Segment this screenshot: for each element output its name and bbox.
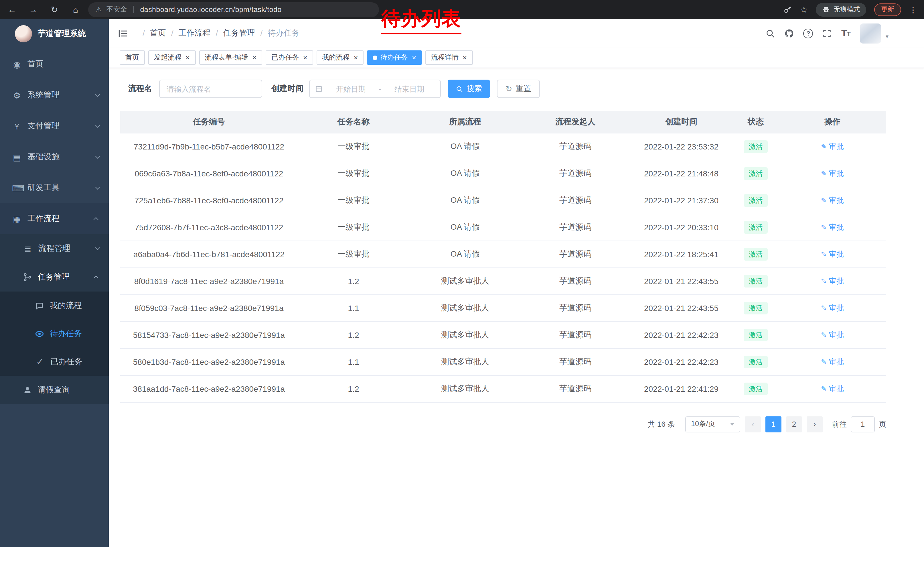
sidebar-item-todo-tasks[interactable]: 待办任务 [0, 320, 109, 348]
cell-status: 激活 [733, 348, 778, 375]
yen-icon: ¥ [12, 122, 22, 130]
page-size-value: 10条/页 [691, 419, 716, 429]
tab-close-icon[interactable]: × [186, 54, 190, 61]
browser-nav: ← → ↻ ⌂ [0, 4, 88, 15]
approve-label: 审批 [829, 249, 844, 259]
font-size-icon[interactable]: T T [841, 29, 851, 38]
user-avatar[interactable] [860, 23, 881, 43]
tab-close-icon[interactable]: × [354, 54, 358, 61]
avatar-caret-icon[interactable]: ▾ [886, 33, 888, 39]
tab[interactable]: 发起流程 × [148, 50, 195, 65]
key-icon[interactable] [783, 5, 792, 14]
forward-icon[interactable]: → [28, 5, 38, 14]
reset-button-label: 重置 [516, 84, 531, 94]
cell-task-name: 一级审批 [298, 133, 410, 160]
goto-unit: 页 [879, 419, 886, 429]
tab-close-icon[interactable]: × [412, 54, 416, 61]
approve-link[interactable]: ✎ 审批 [821, 141, 844, 152]
page-number-button[interactable]: 1 [765, 416, 782, 432]
pen-icon: ✎ [821, 385, 826, 392]
next-page-button[interactable]: › [807, 416, 823, 432]
breadcrumb-label[interactable]: 工作流程 [178, 28, 211, 38]
approve-link[interactable]: ✎ 审批 [821, 222, 844, 232]
sidebar-item-leave-query[interactable]: 请假查询 [0, 376, 109, 404]
process-name-input[interactable] [159, 80, 262, 98]
sidebar-item-done-tasks[interactable]: ✓ 已办任务 [0, 348, 109, 376]
sidebar-item-my-process[interactable]: 我的流程 [0, 291, 109, 320]
approve-link[interactable]: ✎ 审批 [821, 330, 844, 340]
sidebar-item-workflow[interactable]: ▦ 工作流程 [0, 203, 109, 234]
bookmark-star-icon[interactable]: ☆ [800, 4, 808, 15]
browser-controls: ☆ 无痕模式 更新 ⋮ [783, 3, 924, 17]
tab[interactable]: 流程详情 × [425, 50, 472, 65]
approve-link[interactable]: ✎ 审批 [821, 383, 844, 394]
tab[interactable]: 我的流程 × [316, 50, 364, 65]
url-text: dashboard.yudao.iocoder.cn/bpm/task/todo [140, 6, 282, 14]
sidebar-item-devtools[interactable]: ⌨ 研发工具 [0, 173, 109, 203]
help-icon[interactable]: ? [804, 29, 813, 38]
app-logo-avatar [15, 25, 32, 42]
sidebar-fold-icon[interactable] [117, 28, 128, 39]
sidebar-item-payment[interactable]: ¥ 支付管理 [0, 111, 109, 141]
home-icon[interactable]: ⌂ [70, 5, 81, 14]
approve-label: 审批 [829, 195, 844, 205]
breadcrumb-label[interactable]: 待办任务 [268, 28, 300, 38]
github-icon[interactable] [784, 29, 794, 38]
breadcrumb-label[interactable]: 任务管理 [223, 28, 255, 38]
approve-link[interactable]: ✎ 审批 [821, 249, 844, 259]
approve-link[interactable]: ✎ 审批 [821, 357, 844, 367]
sidebar-item-process-mgmt[interactable]: ≣ 流程管理 [0, 234, 109, 263]
pagination-total: 共 16 条 [648, 419, 675, 429]
prev-page-button[interactable]: ‹ [745, 416, 761, 432]
status-badge: 激活 [744, 382, 768, 395]
fullscreen-icon[interactable] [822, 29, 832, 38]
tab[interactable]: 待办任务 × [367, 50, 422, 65]
approve-link[interactable]: ✎ 审批 [821, 276, 844, 286]
breadcrumb-label[interactable]: 首页 [150, 28, 166, 38]
chevron-up-icon [94, 275, 99, 280]
date-range-picker[interactable]: - [309, 80, 441, 98]
goto-page-input[interactable] [851, 416, 875, 432]
status-badge: 激活 [744, 221, 768, 233]
update-button[interactable]: 更新 [874, 3, 901, 16]
browser-menu-icon[interactable]: ⋮ [909, 5, 917, 14]
incognito-badge: 无痕模式 [816, 3, 866, 17]
page-number-button[interactable]: 2 [786, 416, 802, 432]
pen-icon: ✎ [821, 358, 826, 365]
tab-label: 流程详情 [431, 53, 459, 62]
table-row: 8f059c03-7ac8-11ec-a9e2-a2380e71991a 1.1… [120, 294, 886, 321]
back-icon[interactable]: ← [7, 5, 17, 14]
approve-link[interactable]: ✎ 审批 [821, 303, 844, 313]
end-date-input[interactable] [384, 84, 435, 93]
active-tab-dot [373, 55, 378, 60]
browser-window: ← → ↻ ⌂ ⚠ 不安全 dashboard.yudao.iocoder.cn… [0, 0, 924, 563]
breadcrumb: / 首页 / 工作流程 / 任务管理 [137, 28, 300, 38]
reset-button[interactable]: ↻ 重置 [497, 80, 540, 98]
sidebar-item-task-mgmt[interactable]: 任务管理 [0, 263, 109, 291]
tab[interactable]: 流程表单-编辑 × [199, 50, 262, 65]
sidebar-item-infrastructure[interactable]: ▤ 基础设施 [0, 141, 109, 173]
tab-close-icon[interactable]: × [252, 54, 256, 61]
breadcrumb-item: / 待办任务 [255, 28, 300, 38]
breadcrumb-separator: / [142, 29, 145, 38]
page-size-select[interactable]: 10条/页 [685, 416, 740, 432]
start-date-input[interactable] [325, 84, 377, 93]
pen-icon: ✎ [821, 251, 826, 257]
sidebar-item-system[interactable]: ⚙ 系统管理 [0, 80, 109, 111]
tab[interactable]: 已办任务 × [266, 50, 313, 65]
search-button[interactable]: 搜索 [448, 80, 490, 98]
column-header: 流程发起人 [521, 111, 630, 133]
search-icon[interactable] [766, 29, 776, 38]
sidebar-item-label: 已办任务 [50, 357, 82, 367]
address-bar[interactable]: ⚠ 不安全 dashboard.yudao.iocoder.cn/bpm/tas… [88, 2, 379, 17]
cell-starter: 芋道源码 [521, 214, 630, 240]
approve-link[interactable]: ✎ 审批 [821, 195, 844, 205]
chat-icon [35, 301, 44, 310]
tab-close-icon[interactable]: × [303, 54, 307, 61]
reload-icon[interactable]: ↻ [49, 4, 60, 15]
sidebar-item-home[interactable]: ◉ 首页 [0, 49, 109, 80]
sidebar-item-label: 请假查询 [38, 385, 70, 395]
approve-link[interactable]: ✎ 审批 [821, 168, 844, 179]
tab[interactable]: 首页 × [120, 50, 145, 65]
tab-close-icon[interactable]: × [463, 54, 467, 61]
